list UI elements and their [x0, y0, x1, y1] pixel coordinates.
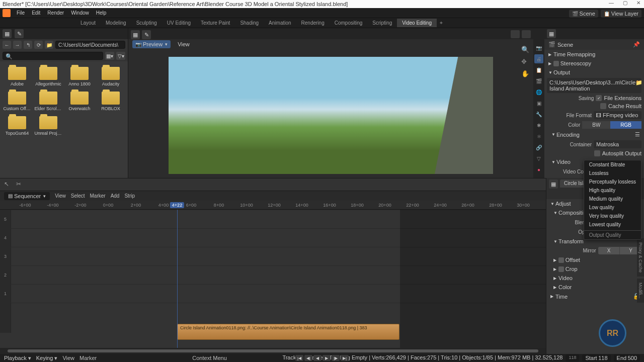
nav-forward-button[interactable]: →	[13, 41, 22, 49]
prev-keyframe-button[interactable]: ◀|	[304, 355, 312, 361]
offset-panel[interactable]: ▶ Offset	[546, 255, 644, 264]
color-panel[interactable]: ▶Color	[546, 283, 644, 292]
maximize-button[interactable]: ▢	[620, 0, 630, 6]
overlay-toggle-icon[interactable]	[511, 30, 520, 38]
view-layer-tab-icon[interactable]: 📋	[534, 65, 543, 74]
play-button[interactable]: ▶	[323, 355, 331, 361]
dd-perceptually-lossless[interactable]: Perceptually lossless	[584, 177, 641, 186]
crop-panel[interactable]: ▶ Crop	[546, 264, 644, 274]
menu-edit[interactable]: Edit	[29, 9, 43, 17]
time-panel[interactable]: ▶Time🔓	[546, 292, 644, 301]
menu-file[interactable]: File	[14, 9, 28, 17]
seq-select-menu[interactable]: Select	[71, 193, 85, 199]
tab-scripting[interactable]: Scripting	[367, 19, 397, 27]
editor-type-icon[interactable]: ▦	[549, 179, 558, 189]
playhead-line[interactable]	[177, 210, 178, 348]
next-keyframe-button[interactable]: |▶	[332, 355, 340, 361]
tab-uv-editing[interactable]: UV Editing	[162, 19, 196, 27]
folder-item[interactable]: Audacity	[96, 65, 125, 88]
folder-icon[interactable]: 📁	[45, 41, 53, 49]
path-input[interactable]	[55, 41, 125, 49]
folder-item[interactable]: Anno 1800	[65, 65, 94, 88]
playhead-label[interactable]: 4+22	[170, 202, 184, 208]
world-tab-icon[interactable]: 🌐	[534, 87, 543, 97]
material-tab-icon[interactable]: ●	[534, 165, 543, 174]
preset-menu-icon[interactable]: ☰	[635, 131, 640, 138]
editor-type-icon[interactable]: ▦	[3, 29, 12, 38]
video-panel[interactable]: ▶Video	[546, 274, 644, 283]
dd-medium-quality[interactable]: Medium quality	[584, 195, 641, 203]
menu-help[interactable]: Help	[93, 9, 110, 17]
jump-start-button[interactable]: |◀	[295, 355, 303, 361]
timeline-body[interactable]: 5 4 3 2 1 Circle Island Animation0118.pn…	[0, 210, 546, 348]
start-frame-input[interactable]: Start 118	[582, 354, 610, 361]
folder-item[interactable]: Unreal Project	[34, 115, 63, 137]
cache-result-checkbox[interactable]	[600, 103, 606, 109]
folder-item[interactable]: Overwatch	[65, 90, 94, 113]
output-tab-icon[interactable]: 🖨	[534, 54, 543, 63]
editor-type-icon[interactable]: ▦	[547, 29, 556, 38]
stereoscopy-checkbox[interactable]	[553, 61, 559, 66]
end-frame-input[interactable]: End 500	[614, 354, 640, 361]
view-grid-button[interactable]: ▦▾	[105, 52, 114, 60]
file-format-select[interactable]: 🎞 FFmpeg video	[594, 111, 641, 119]
tab-animation[interactable]: Animation	[264, 19, 296, 27]
tab-video-editing[interactable]: Video Editing	[397, 19, 437, 27]
folder-item[interactable]: Adobe	[3, 65, 32, 88]
zoom-icon[interactable]: 🔍	[521, 46, 529, 54]
tab-rendering[interactable]: Rendering	[296, 19, 330, 27]
data-tab-icon[interactable]: ▽	[534, 154, 543, 163]
brush-icon[interactable]: ✎	[142, 30, 151, 39]
seq-strip-menu[interactable]: Strip	[124, 193, 135, 199]
filter-button[interactable]: ▽▾	[116, 52, 125, 60]
menu-render[interactable]: Render	[44, 9, 67, 17]
constraint-tab-icon[interactable]: 🔗	[534, 143, 543, 152]
sequencer-type-select[interactable]: ▤ Sequencer ▾	[4, 192, 50, 200]
folder-item[interactable]: TopoGun64	[3, 115, 32, 137]
file-ext-checkbox[interactable]	[596, 95, 602, 101]
play-reverse-button[interactable]: ◀	[313, 355, 321, 361]
timeline-scrollbar[interactable]	[0, 348, 546, 354]
blade-tool-icon[interactable]: ✂	[16, 180, 24, 189]
marker-menu[interactable]: Marker	[79, 355, 97, 361]
hand-icon[interactable]: ✋	[521, 70, 529, 78]
proxy-cache-tab[interactable]: Proxy & Cache	[637, 238, 644, 277]
nav-refresh-button[interactable]: ⟳	[34, 41, 43, 49]
stereoscopy-panel[interactable]: ▶ Stereoscopy	[544, 59, 644, 68]
keying-menu[interactable]: Keying ▾	[36, 355, 58, 361]
menu-window[interactable]: Window	[68, 9, 92, 17]
crop-checkbox[interactable]	[558, 266, 564, 272]
folder-item[interactable]: Allegorithmic	[34, 65, 63, 88]
tab-compositing[interactable]: Compositing	[330, 19, 368, 27]
folder-item[interactable]: ROBLOX	[96, 90, 125, 113]
scrollbar-thumb[interactable]	[8, 349, 538, 352]
folder-item[interactable]: Elder Scrolls ...	[34, 90, 63, 113]
particle-tab-icon[interactable]: ✱	[534, 121, 543, 130]
cursor-tool-icon[interactable]: ↖	[4, 180, 12, 189]
tab-add-workspace[interactable]: +	[437, 19, 446, 27]
tab-shading[interactable]: Shading	[235, 19, 264, 27]
color-rgb-button[interactable]: RGB	[610, 121, 641, 129]
folder-item[interactable]: Custom Offic...	[3, 90, 32, 113]
move-icon[interactable]: ✥	[521, 58, 529, 66]
dd-high-quality[interactable]: High quality	[584, 186, 641, 195]
editor-type-icon[interactable]: ▦	[131, 30, 140, 39]
mirror-x-button[interactable]: X	[598, 247, 620, 254]
seq-view-menu[interactable]: View	[55, 193, 66, 199]
toolbar-toggle-icon[interactable]	[522, 30, 531, 38]
seq-add-menu[interactable]: Add	[111, 193, 120, 199]
tab-modeling[interactable]: Modeling	[101, 19, 131, 27]
search-input[interactable]: 🔍	[3, 52, 103, 60]
minimize-button[interactable]: —	[606, 0, 616, 6]
preview-viewport[interactable]	[169, 57, 493, 174]
current-frame-input[interactable]: 118	[566, 354, 579, 361]
timeline-ruler[interactable]: -6+00 -4+00 -2+00 0+00 2+00 4+00 4+22 6+…	[0, 201, 546, 210]
color-bw-button[interactable]: BW	[582, 121, 610, 129]
scene-tab-icon[interactable]: 🎬	[534, 76, 543, 85]
encoding-panel[interactable]: ▼Encoding☰	[544, 130, 644, 139]
modifier-tab-icon[interactable]: 🔧	[534, 110, 543, 119]
scene-selector[interactable]: 🎬 Scene	[569, 10, 598, 18]
dd-very-low-quality[interactable]: Very low quality	[584, 212, 641, 220]
offset-checkbox[interactable]	[558, 257, 564, 263]
tab-sculpting[interactable]: Sculpting	[131, 19, 162, 27]
